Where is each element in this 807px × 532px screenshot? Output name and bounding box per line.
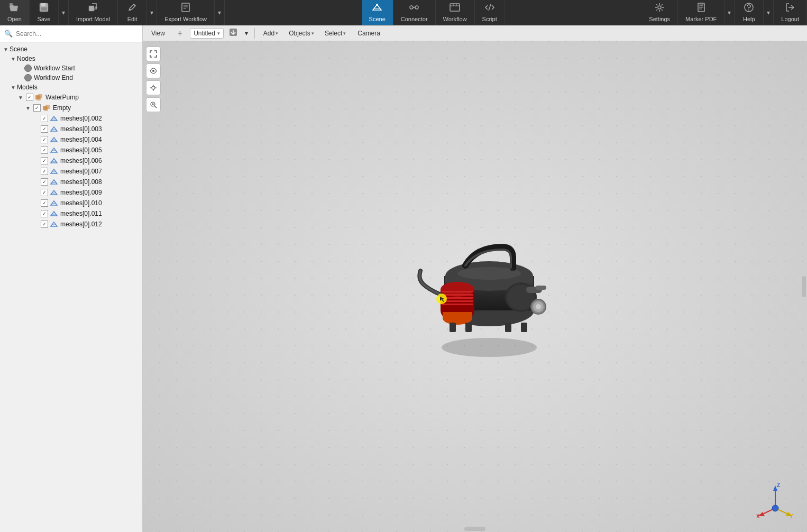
- tree-check-waterpump[interactable]: [26, 94, 33, 101]
- mesh-icon-mesh011: [50, 209, 58, 218]
- tree-check-mesh006[interactable]: [41, 157, 48, 164]
- left-panel: 🔍 ▼ Scene ▼ Nodes ▶ Workflow Start: [0, 25, 143, 532]
- script-label: Script: [482, 16, 497, 22]
- camera-button[interactable]: Camera: [352, 29, 386, 38]
- tree-arrow-scene: ▼: [2, 47, 10, 52]
- tree-item-nodes[interactable]: ▼ Nodes: [0, 54, 142, 63]
- push-icon: [229, 28, 237, 36]
- left-tools: [146, 47, 161, 112]
- tree-label-mesh005: meshes[0].005: [60, 146, 102, 154]
- view-mode-tool[interactable]: [146, 63, 161, 78]
- fullscreen-tool[interactable]: [146, 47, 161, 61]
- svg-point-39: [507, 285, 535, 310]
- tree-label-mesh009: meshes[0].009: [60, 189, 102, 196]
- svg-rect-28: [445, 276, 533, 310]
- svg-text:Z: Z: [777, 482, 780, 488]
- tree-item-mesh009[interactable]: ▶ meshes[0].009: [0, 187, 142, 198]
- svg-rect-36: [442, 300, 473, 302]
- connector-button[interactable]: Connector: [393, 0, 436, 25]
- mesh-icon-mesh002: [50, 114, 58, 123]
- edit-dropdown-arrow[interactable]: ▾: [146, 0, 157, 25]
- tree-item-mesh007[interactable]: ▶ meshes[0].007: [0, 166, 142, 177]
- svg-rect-3: [41, 3, 45, 6]
- tree-item-workflow-end[interactable]: ▶ Workflow End: [0, 73, 142, 82]
- tree-check-mesh011[interactable]: [41, 210, 48, 217]
- export-workflow-label: Export Workflow: [164, 16, 207, 22]
- tree-item-scene[interactable]: ▼ Scene: [0, 44, 142, 54]
- tree-check-mesh010[interactable]: [41, 199, 48, 207]
- zoom-tool[interactable]: [146, 97, 161, 112]
- tree-check-mesh004[interactable]: [41, 136, 48, 143]
- svg-rect-37: [442, 304, 473, 305]
- scene-button[interactable]: Scene: [362, 0, 393, 25]
- add-button[interactable]: +: [172, 27, 188, 39]
- select-label: Select: [325, 30, 342, 37]
- tree-check-empty[interactable]: [33, 104, 41, 112]
- export-workflow-button[interactable]: Export Workflow: [157, 0, 214, 25]
- tree-item-models[interactable]: ▼ Models: [0, 82, 142, 92]
- view-toolbar: View + Untitled ▾ ▾ Add ▾: [143, 25, 807, 41]
- marker-pdf-dropdown-arrow[interactable]: ▾: [724, 0, 734, 25]
- open-button[interactable]: Open: [0, 0, 30, 25]
- tree-check-mesh007[interactable]: [41, 168, 48, 175]
- marker-pdf-button[interactable]: Marker PDF: [678, 0, 724, 25]
- workflow-button[interactable]: Workflow: [436, 0, 475, 25]
- svg-rect-10: [450, 4, 460, 11]
- tree-item-mesh006[interactable]: ▶ meshes[0].006: [0, 155, 142, 166]
- tree-arrow-empty: ▼: [24, 105, 32, 111]
- edit-button[interactable]: Edit: [118, 0, 146, 25]
- scroll-handle-right[interactable]: [802, 276, 806, 297]
- save-dropdown-arrow[interactable]: ▾: [58, 0, 68, 25]
- tree-check-mesh002[interactable]: [41, 115, 48, 122]
- mesh-icon-mesh003: [50, 125, 58, 133]
- help-button[interactable]: Help: [735, 0, 763, 25]
- scroll-handle-bottom[interactable]: [464, 527, 485, 531]
- tree-item-waterpump[interactable]: ▼ WaterPump: [0, 92, 142, 103]
- export-workflow-dropdown-arrow[interactable]: ▾: [214, 0, 224, 25]
- tree-item-mesh008[interactable]: ▶ meshes[0].008: [0, 177, 142, 187]
- tree-check-mesh012[interactable]: [41, 221, 48, 228]
- objects-dropdown[interactable]: Objects ▾: [285, 29, 318, 38]
- tree-arrow-models: ▼: [10, 85, 17, 90]
- view-menu-button[interactable]: View: [146, 29, 170, 38]
- settings-button[interactable]: Settings: [641, 0, 678, 25]
- tree-item-empty[interactable]: ▼ Empty: [0, 103, 142, 113]
- scene-title-select[interactable]: Untitled ▾: [190, 28, 224, 39]
- logout-button[interactable]: Logout: [774, 0, 807, 25]
- move-tool[interactable]: [146, 80, 161, 95]
- svg-rect-41: [536, 286, 546, 290]
- tree-item-mesh010[interactable]: ▶ meshes[0].010: [0, 198, 142, 208]
- tree-item-mesh005[interactable]: ▶ meshes[0].005: [0, 145, 142, 155]
- svg-point-7: [376, 4, 378, 6]
- tree-arrow-mesh009: ▶: [32, 189, 39, 196]
- tree-item-workflow-start[interactable]: ▶ Workflow Start: [0, 63, 142, 73]
- svg-rect-47: [450, 323, 456, 332]
- scene-dropdown-toggle[interactable]: ▾: [243, 29, 250, 38]
- select-dropdown[interactable]: Select ▾: [320, 29, 350, 38]
- svg-rect-34: [442, 294, 473, 296]
- open-icon: [9, 3, 20, 15]
- save-icon: [39, 3, 49, 15]
- import-model-button[interactable]: Import Model: [69, 0, 118, 25]
- tree-label-workflow-end: Workflow End: [34, 74, 73, 81]
- scene-save-btn[interactable]: [226, 27, 241, 39]
- svg-point-22: [152, 70, 154, 72]
- save-button[interactable]: Save: [30, 0, 58, 25]
- canvas-area[interactable]: Z X Y: [143, 41, 807, 532]
- tree-item-mesh003[interactable]: ▶ meshes[0].003: [0, 124, 142, 134]
- tree-item-mesh004[interactable]: ▶ meshes[0].004: [0, 134, 142, 145]
- tree-item-mesh002[interactable]: ▶ meshes[0].002: [0, 113, 142, 124]
- logout-icon: [785, 3, 795, 15]
- tree-check-mesh009[interactable]: [41, 189, 48, 196]
- tree-item-mesh012[interactable]: ▶ meshes[0].012: [0, 219, 142, 230]
- help-dropdown-arrow[interactable]: ▾: [763, 0, 773, 25]
- search-input[interactable]: [16, 30, 138, 38]
- script-button[interactable]: Script: [475, 0, 505, 25]
- tree-check-mesh008[interactable]: [41, 178, 48, 186]
- svg-point-9: [415, 6, 418, 9]
- tree-check-mesh005[interactable]: [41, 146, 48, 154]
- svg-point-14: [748, 10, 749, 11]
- add-dropdown[interactable]: Add ▾: [259, 29, 282, 38]
- tree-check-mesh003[interactable]: [41, 125, 48, 133]
- tree-item-mesh011[interactable]: ▶ meshes[0].011: [0, 208, 142, 219]
